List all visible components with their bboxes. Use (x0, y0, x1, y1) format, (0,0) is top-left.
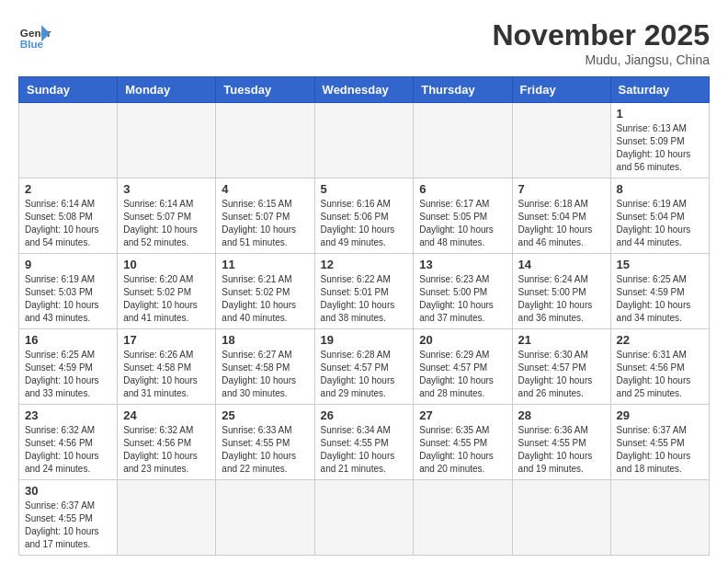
day-cell: 4Sunrise: 6:15 AM Sunset: 5:07 PM Daylig… (216, 178, 314, 254)
day-cell: 28Sunrise: 6:36 AM Sunset: 4:55 PM Dayli… (512, 405, 610, 480)
day-info: Sunrise: 6:14 AM Sunset: 5:08 PM Dayligh… (25, 198, 111, 249)
week-row-5: 23Sunrise: 6:32 AM Sunset: 4:56 PM Dayli… (19, 405, 710, 480)
day-number: 12 (321, 258, 408, 271)
day-info: Sunrise: 6:19 AM Sunset: 5:03 PM Dayligh… (25, 273, 111, 325)
day-number: 4 (222, 182, 308, 196)
day-cell: 14Sunrise: 6:24 AM Sunset: 5:00 PM Dayli… (512, 254, 610, 329)
day-info: Sunrise: 6:35 AM Sunset: 4:55 PM Dayligh… (419, 424, 506, 476)
day-info: Sunrise: 6:24 AM Sunset: 5:00 PM Dayligh… (518, 273, 605, 325)
day-info: Sunrise: 6:37 AM Sunset: 4:55 PM Dayligh… (617, 424, 703, 476)
day-cell (118, 480, 216, 556)
day-number: 3 (123, 182, 210, 196)
day-cell: 13Sunrise: 6:23 AM Sunset: 5:00 PM Dayli… (414, 254, 512, 329)
day-cell: 5Sunrise: 6:16 AM Sunset: 5:06 PM Daylig… (314, 178, 414, 254)
day-number: 18 (222, 333, 308, 347)
day-number: 8 (617, 182, 703, 196)
week-row-6: 30Sunrise: 6:37 AM Sunset: 4:55 PM Dayli… (19, 480, 710, 556)
day-cell (19, 103, 118, 178)
day-cell: 9Sunrise: 6:19 AM Sunset: 5:03 PM Daylig… (19, 254, 118, 329)
day-info: Sunrise: 6:23 AM Sunset: 5:00 PM Dayligh… (419, 273, 506, 325)
day-cell (414, 480, 512, 556)
logo: General Blue (18, 18, 51, 52)
day-info: Sunrise: 6:16 AM Sunset: 5:06 PM Dayligh… (321, 198, 408, 249)
day-cell: 11Sunrise: 6:21 AM Sunset: 5:02 PM Dayli… (216, 254, 314, 329)
day-cell (512, 480, 610, 556)
day-number: 24 (123, 408, 210, 422)
day-number: 27 (419, 408, 506, 422)
day-info: Sunrise: 6:28 AM Sunset: 4:57 PM Dayligh… (321, 349, 408, 400)
weekday-header-thursday: Thursday (414, 77, 512, 103)
day-info: Sunrise: 6:20 AM Sunset: 5:02 PM Dayligh… (123, 273, 210, 325)
day-number: 21 (518, 333, 605, 347)
svg-text:Blue: Blue (20, 38, 44, 50)
day-info: Sunrise: 6:31 AM Sunset: 4:56 PM Dayligh… (617, 349, 703, 400)
month-title: November 2025 (492, 18, 710, 52)
day-info: Sunrise: 6:25 AM Sunset: 4:59 PM Dayligh… (25, 349, 111, 400)
day-cell: 22Sunrise: 6:31 AM Sunset: 4:56 PM Dayli… (610, 329, 709, 405)
day-number: 23 (25, 408, 111, 422)
weekday-header-sunday: Sunday (19, 77, 118, 103)
day-info: Sunrise: 6:34 AM Sunset: 4:55 PM Dayligh… (321, 424, 408, 476)
day-cell: 17Sunrise: 6:26 AM Sunset: 4:58 PM Dayli… (118, 329, 216, 405)
day-number: 13 (419, 258, 506, 271)
day-cell: 23Sunrise: 6:32 AM Sunset: 4:56 PM Dayli… (19, 405, 118, 480)
week-row-1: 1Sunrise: 6:13 AM Sunset: 5:09 PM Daylig… (19, 103, 710, 178)
day-number: 25 (222, 408, 308, 422)
day-cell: 20Sunrise: 6:29 AM Sunset: 4:57 PM Dayli… (414, 329, 512, 405)
day-info: Sunrise: 6:19 AM Sunset: 5:04 PM Dayligh… (617, 198, 703, 249)
day-cell: 19Sunrise: 6:28 AM Sunset: 4:57 PM Dayli… (314, 329, 414, 405)
day-info: Sunrise: 6:25 AM Sunset: 4:59 PM Dayligh… (617, 273, 703, 325)
day-number: 7 (518, 182, 605, 196)
weekday-header-tuesday: Tuesday (216, 77, 314, 103)
day-info: Sunrise: 6:21 AM Sunset: 5:02 PM Dayligh… (222, 273, 308, 325)
logo-icon: General Blue (18, 18, 51, 52)
day-number: 16 (25, 333, 111, 347)
day-cell: 16Sunrise: 6:25 AM Sunset: 4:59 PM Dayli… (19, 329, 118, 405)
day-cell: 2Sunrise: 6:14 AM Sunset: 5:08 PM Daylig… (19, 178, 118, 254)
day-number: 26 (321, 408, 408, 422)
day-cell: 21Sunrise: 6:30 AM Sunset: 4:57 PM Dayli… (512, 329, 610, 405)
title-area: November 2025 Mudu, Jiangsu, China (492, 18, 710, 67)
page-header: General Blue November 2025 Mudu, Jiangsu… (18, 18, 710, 67)
day-number: 9 (25, 258, 111, 271)
day-cell: 29Sunrise: 6:37 AM Sunset: 4:55 PM Dayli… (610, 405, 709, 480)
day-number: 2 (25, 182, 111, 196)
day-info: Sunrise: 6:36 AM Sunset: 4:55 PM Dayligh… (518, 424, 605, 476)
day-info: Sunrise: 6:15 AM Sunset: 5:07 PM Dayligh… (222, 198, 308, 249)
week-row-2: 2Sunrise: 6:14 AM Sunset: 5:08 PM Daylig… (19, 178, 710, 254)
day-cell: 15Sunrise: 6:25 AM Sunset: 4:59 PM Dayli… (610, 254, 709, 329)
day-cell (118, 103, 216, 178)
day-cell: 25Sunrise: 6:33 AM Sunset: 4:55 PM Dayli… (216, 405, 314, 480)
day-cell: 7Sunrise: 6:18 AM Sunset: 5:04 PM Daylig… (512, 178, 610, 254)
day-cell (314, 103, 414, 178)
weekday-header-wednesday: Wednesday (314, 77, 414, 103)
day-number: 11 (222, 258, 308, 271)
day-info: Sunrise: 6:26 AM Sunset: 4:58 PM Dayligh… (123, 349, 210, 400)
day-info: Sunrise: 6:13 AM Sunset: 5:09 PM Dayligh… (617, 122, 703, 174)
day-cell: 12Sunrise: 6:22 AM Sunset: 5:01 PM Dayli… (314, 254, 414, 329)
day-number: 5 (321, 182, 408, 196)
day-cell: 30Sunrise: 6:37 AM Sunset: 4:55 PM Dayli… (19, 480, 118, 556)
day-cell: 8Sunrise: 6:19 AM Sunset: 5:04 PM Daylig… (610, 178, 709, 254)
calendar: SundayMondayTuesdayWednesdayThursdayFrid… (18, 76, 710, 556)
day-info: Sunrise: 6:18 AM Sunset: 5:04 PM Dayligh… (518, 198, 605, 249)
weekday-header-friday: Friday (512, 77, 610, 103)
day-number: 28 (518, 408, 605, 422)
day-number: 30 (25, 484, 111, 498)
day-number: 1 (617, 107, 703, 121)
week-row-3: 9Sunrise: 6:19 AM Sunset: 5:03 PM Daylig… (19, 254, 710, 329)
day-cell: 10Sunrise: 6:20 AM Sunset: 5:02 PM Dayli… (118, 254, 216, 329)
day-cell (216, 103, 314, 178)
day-info: Sunrise: 6:32 AM Sunset: 4:56 PM Dayligh… (25, 424, 111, 476)
day-number: 19 (321, 333, 408, 347)
day-cell: 3Sunrise: 6:14 AM Sunset: 5:07 PM Daylig… (118, 178, 216, 254)
day-cell (414, 103, 512, 178)
day-number: 20 (419, 333, 506, 347)
day-number: 29 (617, 408, 703, 422)
day-info: Sunrise: 6:14 AM Sunset: 5:07 PM Dayligh… (123, 198, 210, 249)
day-number: 15 (617, 258, 703, 271)
day-info: Sunrise: 6:17 AM Sunset: 5:05 PM Dayligh… (419, 198, 506, 249)
weekday-header-row: SundayMondayTuesdayWednesdayThursdayFrid… (19, 77, 710, 103)
day-cell: 24Sunrise: 6:32 AM Sunset: 4:56 PM Dayli… (118, 405, 216, 480)
day-cell: 18Sunrise: 6:27 AM Sunset: 4:58 PM Dayli… (216, 329, 314, 405)
